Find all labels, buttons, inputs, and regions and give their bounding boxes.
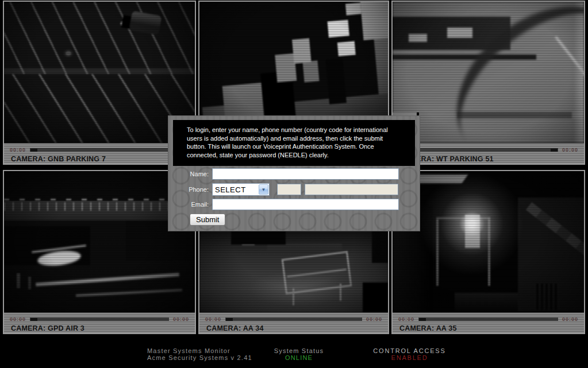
submit-button[interactable]: Submit (190, 214, 225, 226)
name-input[interactable] (212, 168, 399, 180)
camera-time-end: 00:00 (562, 147, 578, 153)
system-status-value: ONLINE (244, 354, 353, 361)
scrubber-handle[interactable] (551, 149, 558, 152)
camera-scrubber[interactable] (30, 317, 169, 321)
camera-label: CAMERA: AA 34 (199, 323, 388, 332)
camera-panel-3: 00:00 00:00 CAMERA: WT PARKING 51 (391, 1, 585, 165)
scrubber-handle[interactable] (30, 318, 37, 321)
camera-label: CAMERA: GNB PARKING 7 (4, 154, 195, 163)
control-access: CONTROL ACCESS ENABLED (356, 347, 463, 361)
camera-scrubber[interactable] (418, 317, 558, 321)
camera-time-end: 00:00 (173, 316, 189, 322)
camera-time-start: 00:00 (10, 147, 26, 153)
camera-bar: 00:00 00:00 CAMERA: WT PARKING 51 (393, 143, 584, 164)
system-status: System Status ONLINE (244, 347, 353, 361)
camera-panel-4: 00:00 00:00 CAMERA: GPD AIR 3 (3, 170, 196, 334)
camera-time-end: 00:00 (562, 316, 578, 322)
camera-panel-1: 00:00 00:00 CAMERA: GNB PARKING 7 (3, 1, 196, 165)
phone-number-input[interactable] (305, 184, 398, 195)
email-input[interactable] (212, 199, 399, 210)
system-status-label: System Status (244, 347, 353, 354)
chevron-down-icon[interactable]: ▼ (259, 184, 268, 195)
status-footer: Master Systems Monitor Acme Security Sys… (0, 346, 588, 368)
camera-time-start: 00:00 (205, 316, 221, 322)
scrubber-handle[interactable] (30, 149, 37, 152)
phone-country-selected-value: SELECT (213, 185, 258, 194)
scrubber-handle[interactable] (419, 318, 426, 321)
phone-label: Phone: (173, 186, 209, 193)
camera-scene (393, 171, 584, 312)
name-label: Name: (173, 171, 209, 177)
camera-label: CAMERA: WT PARKING 51 (393, 154, 584, 163)
camera-bar: 00:00 00:00 CAMERA: GNB PARKING 7 (4, 143, 195, 164)
camera-bar: 00:00 00:00 CAMERA: GPD AIR 3 (4, 312, 195, 333)
control-access-value: ENABLED (356, 354, 463, 361)
scrubber-handle[interactable] (226, 318, 233, 321)
login-dialog: To login, enter your name, phone number … (168, 116, 420, 231)
camera-bar: 00:00 00:00 CAMERA: AA 34 (199, 312, 388, 333)
product-version: Acme Security Systems v 2.41 (147, 354, 252, 361)
camera-panel-6: 00:00 00:00 CAMERA: AA 35 (391, 170, 585, 334)
camera-scrubber[interactable] (30, 148, 169, 152)
camera-bar: 00:00 00:00 CAMERA: AA 35 (393, 312, 584, 333)
camera-label: CAMERA: AA 35 (393, 323, 584, 332)
camera-scrubber[interactable] (418, 148, 558, 152)
login-instructions: To login, enter your name, phone number … (173, 120, 415, 166)
camera-scrubber[interactable] (225, 317, 362, 321)
phone-country-select[interactable]: SELECT ▼ (212, 183, 270, 196)
email-label: Email: (173, 201, 209, 208)
product-info: Master Systems Monitor Acme Security Sys… (147, 347, 252, 361)
camera-feed-corridor (393, 171, 584, 312)
product-name: Master Systems Monitor (147, 347, 252, 354)
camera-scene (4, 2, 195, 143)
camera-feed-parking-aerial (4, 2, 195, 143)
camera-feed-bright-parking (393, 2, 584, 143)
camera-time-end: 00:00 (366, 316, 382, 322)
control-access-label: CONTROL ACCESS (356, 347, 463, 354)
camera-time-start: 00:00 (398, 316, 414, 322)
camera-time-start: 00:00 (10, 316, 26, 322)
camera-label: CAMERA: GPD AIR 3 (4, 323, 195, 332)
security-monitor-screen: 00:00 00:00 CAMERA: GNB PARKING 7 (0, 0, 588, 368)
phone-area-input[interactable] (277, 184, 301, 195)
camera-feed-rooftop (4, 171, 195, 312)
